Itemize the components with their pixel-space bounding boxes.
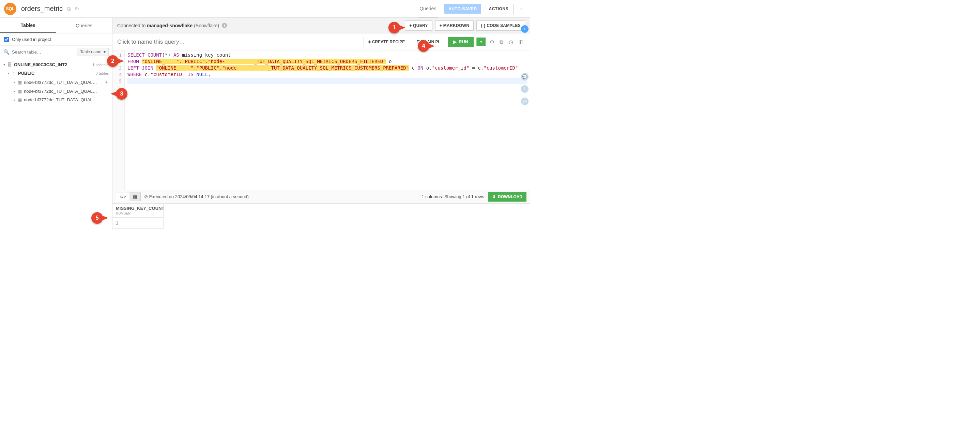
tree-table-label: node-bf3772dc_TUT_DATA_QUAL… bbox=[24, 89, 109, 94]
clock-icon[interactable]: ◷ bbox=[508, 39, 514, 45]
explain-plan-button[interactable]: EXPLAIN PL bbox=[412, 37, 445, 47]
only-used-checkbox[interactable] bbox=[4, 37, 9, 42]
tree-table-row[interactable]: ▸ ▦ node-bf3772dc_TUT_DATA_QUAL… ＋ bbox=[0, 77, 112, 87]
search-input[interactable] bbox=[12, 49, 74, 54]
table-icon: ▦ bbox=[18, 89, 22, 94]
connection-name: managed-snowflake bbox=[147, 23, 192, 28]
run-dropdown-button[interactable]: ▼ bbox=[476, 38, 485, 46]
results-table: MISSING_KEY_COUNT NUMBER 1 bbox=[113, 203, 530, 228]
results-cell: 1 bbox=[113, 218, 164, 228]
tab-tables[interactable]: Tables bbox=[0, 18, 56, 33]
table-icon: ▦ bbox=[18, 97, 22, 102]
create-recipe-button[interactable]: CREATE RECIPE bbox=[364, 37, 410, 47]
run-button[interactable]: ▶ RUN bbox=[448, 37, 474, 47]
editor-code[interactable]: SELECT COUNT(*) AS missing_key_count FRO… bbox=[125, 51, 530, 190]
tree-schema-row[interactable]: ▾ ⛬ PUBLIC 3 tables bbox=[0, 69, 112, 77]
connection-bar: Connected to managed-snowflake (Snowflak… bbox=[113, 18, 530, 34]
tablename-dropdown[interactable]: Table name ▾ bbox=[77, 48, 109, 56]
tree-table-label: node-bf3772dc_TUT_DATA_QUAL… bbox=[24, 80, 103, 85]
gear-icon[interactable]: ⚙ bbox=[488, 39, 495, 45]
copy-icon[interactable]: ⧉ bbox=[67, 6, 70, 12]
executed-text: Executed on 2024/09/04 14:17 (in about a… bbox=[149, 194, 249, 199]
tab-queries[interactable]: Queries bbox=[56, 18, 113, 33]
results-column-type: NUMBER bbox=[113, 212, 164, 218]
database-icon: 🗄 bbox=[8, 62, 12, 67]
rail-plus-icon[interactable]: + bbox=[521, 25, 528, 33]
tree-schema-label: PUBLIC bbox=[18, 70, 93, 76]
history-icon[interactable]: ↻ bbox=[75, 5, 79, 12]
queries-top-tab[interactable]: Queries bbox=[418, 0, 438, 18]
search-icon: 🔍 bbox=[3, 49, 9, 54]
schema-icon: ⛬ bbox=[11, 70, 16, 76]
tree-schema-meta: 3 tables bbox=[95, 71, 109, 75]
connection-type: (Snowflake) bbox=[194, 23, 219, 28]
tree-table-row[interactable]: ▸ ▦ node-bf3772dc_TUT_DATA_QUAL… bbox=[0, 87, 112, 96]
page-title: orders_metric bbox=[21, 5, 63, 13]
query-name-input[interactable] bbox=[117, 38, 361, 45]
editor-gutter: 12345 bbox=[113, 51, 125, 190]
info-icon[interactable]: i bbox=[222, 23, 227, 28]
tree-db-label: ONLINE_500C3C3C_INT2 bbox=[14, 62, 90, 67]
connection-prefix: Connected to bbox=[117, 23, 145, 28]
table-view-toggle[interactable]: ▦ bbox=[129, 192, 140, 201]
query-toolbar: CREATE RECIPE EXPLAIN PL ▶ RUN ▼ ⚙ ⧉ ◷ 🗑 bbox=[113, 34, 530, 51]
collapse-arrow-icon[interactable]: ← bbox=[519, 5, 526, 13]
sidebar: Tables Queries Only used in project 🔍 Ta… bbox=[0, 18, 113, 228]
only-used-label: Only used in project bbox=[12, 37, 51, 42]
code-view-toggle[interactable]: </> bbox=[116, 192, 129, 201]
code-samples-button[interactable]: { } CODE SAMPLES bbox=[476, 21, 525, 31]
auto-saved-button[interactable]: AUTO-SAVED bbox=[444, 4, 481, 14]
add-markdown-button[interactable]: + MARKDOWN bbox=[435, 21, 474, 31]
rail-chat-icon[interactable]: 💬 bbox=[521, 73, 528, 80]
add-table-icon[interactable]: ＋ bbox=[104, 79, 109, 85]
download-button[interactable]: ⬇ DOWNLOAD bbox=[488, 192, 527, 202]
results-bar: </> ▦ ⊘ Executed on 2024/09/04 14:17 (in… bbox=[113, 190, 530, 203]
rail-info-icon[interactable]: i bbox=[521, 85, 528, 93]
table-icon: ▦ bbox=[18, 80, 22, 85]
add-query-button[interactable]: + QUERY bbox=[405, 21, 433, 31]
right-rail: + 💬 i ◷ bbox=[521, 25, 528, 105]
check-icon: ⊘ bbox=[144, 194, 148, 199]
tree-table-row[interactable]: ▸ ▦ node-bf3772dc_TUT_DATA_QUAL… bbox=[0, 96, 112, 104]
content-area: Connected to managed-snowflake (Snowflak… bbox=[113, 18, 530, 228]
rail-history-icon[interactable]: ◷ bbox=[521, 97, 528, 105]
actions-button[interactable]: ACTIONS bbox=[484, 4, 514, 14]
top-header: SQL orders_metric ⧉ ↻ Queries AUTO-SAVED… bbox=[0, 0, 530, 18]
results-summary: 1 columns. Showing 1 of 1 rows bbox=[422, 194, 484, 199]
tree-table-label: node-bf3772dc_TUT_DATA_QUAL… bbox=[24, 97, 109, 102]
tree-db-meta: 1 schema bbox=[92, 63, 109, 67]
sql-editor[interactable]: 12345 SELECT COUNT(*) AS missing_key_cou… bbox=[113, 51, 530, 190]
results-column-header: MISSING_KEY_COUNT bbox=[113, 204, 164, 212]
tree-db-row[interactable]: ▾ 🗄 ONLINE_500C3C3C_INT2 1 schema bbox=[0, 61, 112, 69]
sql-badge-icon: SQL bbox=[4, 3, 16, 15]
copy-query-icon[interactable]: ⧉ bbox=[498, 39, 505, 45]
